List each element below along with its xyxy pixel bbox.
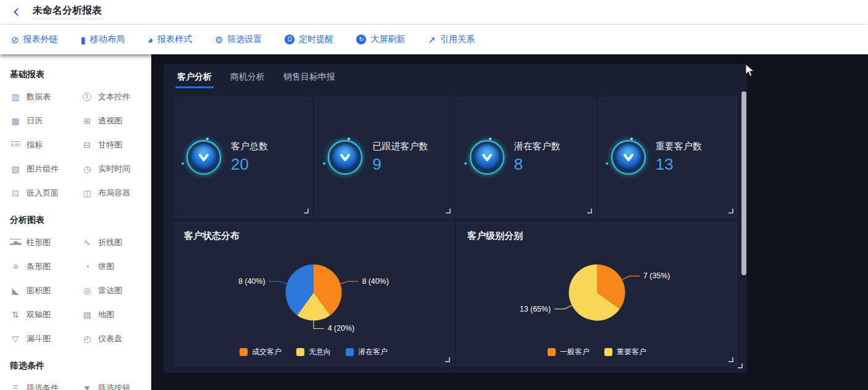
legend-item-无意向[interactable]: 无意向 [296, 347, 331, 357]
legend-item-一般客户[interactable]: 一般客户 [548, 347, 590, 357]
toolbar-timed-reminder[interactable]: Ω定时提醒 [285, 34, 333, 45]
kpi-text: 已跟进客户数9 [372, 141, 428, 174]
sidebar-item-layout-container[interactable]: ◫布局容器 [81, 188, 141, 199]
card-resize-handle[interactable] [445, 357, 450, 362]
tab-商机分析[interactable]: 商机分析 [230, 72, 265, 88]
label-leader-line [269, 281, 287, 284]
sidebar-item-gauge[interactable]: ◴仪表盘 [81, 333, 141, 344]
toolbar-label: 大屏刷新 [370, 34, 405, 45]
calendar-icon: ▦ [10, 117, 21, 125]
radar-chart-icon: ◎ [81, 286, 93, 295]
sidebar-item-label: 嵌入页面 [27, 188, 59, 199]
toolbar-label: 筛选设置 [227, 34, 262, 45]
pie-chart-card[interactable]: 客户状态分布8 (40%)4 (20%)8 (40%)成交客户无意向潜在客户 [173, 222, 454, 366]
sidebar-item-label: 布局容器 [98, 188, 130, 199]
kpi-row: 客户总数20已跟进客户数9潜在客户数8重要客户数13 [173, 98, 737, 217]
toolbar-screen-refresh[interactable]: ↻大屏刷新 [356, 34, 405, 45]
reference-arrow-icon: ↗ [428, 35, 436, 44]
kpi-badge-icon [190, 144, 217, 171]
sidebar-item-filter-button[interactable]: ▼筛选按钮 [81, 383, 141, 390]
sidebar-item-label: 文本控件 [98, 91, 130, 102]
sidebar-section-grid: ▂▅▃柱形图∿折线图≡条形图◔饼图◣面积图◎雷达图⇅双轴图▤地图▽漏斗图◴仪表盘 [10, 237, 141, 344]
toolbar-reference[interactable]: ↗引用关系 [428, 34, 475, 45]
toolbar-report-style[interactable]: ◕报表样式 [148, 34, 192, 45]
card-resize-handle[interactable] [587, 209, 592, 214]
legend-item-成交客户[interactable]: 成交客户 [240, 347, 282, 357]
tab-客户分析[interactable]: 客户分析 [177, 72, 212, 88]
sidebar-item-realtime-clock[interactable]: ◷实时时间 [81, 164, 141, 175]
sidebar-section: 分析图表▂▅▃柱形图∿折线图≡条形图◔饼图◣面积图◎雷达图⇅双轴图▤地图▽漏斗图… [10, 215, 141, 344]
card-resize-handle[interactable] [304, 209, 309, 214]
sidebar-item-gantt[interactable]: ⊟甘特图 [81, 139, 141, 151]
titlebar: 未命名分析报表 [0, 0, 868, 25]
kpi-label: 已跟进客户数 [372, 141, 428, 152]
toolbar-external-link[interactable]: ⊘报表外链 [11, 34, 58, 45]
legend-swatch [296, 348, 304, 356]
kpi-card[interactable]: 重要客户数13 [598, 98, 737, 217]
sidebar-item-calendar[interactable]: ▦日历 [10, 115, 81, 127]
sidebar-item-pivot-view[interactable]: ⊞透视图 [81, 115, 141, 127]
pie-chart-card[interactable]: 客户级别分别7 (35%)13 (65%)一般客户重要客户 [457, 222, 737, 366]
filter-search-icon: Ξ [10, 384, 21, 390]
sidebar-item-data-table[interactable]: ▥数据表 [10, 91, 81, 102]
kpi-badge-icon [474, 144, 501, 171]
chart-title: 客户状态分布 [184, 230, 240, 242]
sidebar-item-label: 透视图 [98, 115, 122, 127]
sidebar-item-line-chart[interactable]: ∿折线图 [81, 237, 141, 248]
chart-legend: 一般客户重要客户 [457, 347, 737, 357]
toolbar-mobile-layout[interactable]: ▮移动布局 [81, 34, 125, 45]
gantt-chart-icon: ⊟ [81, 141, 93, 149]
sidebar-item-indicator[interactable]: 4,80指标 [10, 139, 81, 151]
paperclip-icon: ⊘ [11, 35, 19, 44]
sidebar-item-text-widget[interactable]: Ⓣ文本控件 [81, 91, 141, 102]
kpi-label: 重要客户数 [656, 141, 702, 152]
vertical-scrollbar-thumb[interactable] [741, 91, 746, 275]
filter-button-icon: ▼ [81, 384, 93, 390]
sidebar-item-label: 双轴图 [27, 309, 51, 320]
kpi-card[interactable]: 潜在客户数8 [457, 98, 596, 217]
report-title[interactable]: 未命名分析报表 [33, 5, 102, 20]
legend-item-重要客户[interactable]: 重要客户 [604, 347, 646, 357]
label-leader-line [554, 305, 572, 309]
clock-icon: ◷ [81, 165, 93, 173]
toolbar-label: 报表外链 [23, 34, 58, 45]
sidebar-item-label: 数据表 [27, 91, 51, 102]
sidebar-item-column-chart[interactable]: ▂▅▃柱形图 [10, 237, 81, 248]
sidebar-item-embed-page[interactable]: ⊡嵌入页面 [10, 188, 81, 199]
sidebar-section-title: 基础报表 [10, 69, 141, 80]
sidebar-section-grid: Ξ筛选条件▼筛选按钮 [10, 383, 141, 390]
sidebar-item-map[interactable]: ▤地图 [81, 309, 141, 320]
kpi-card[interactable]: 客户总数20 [173, 98, 312, 217]
sidebar-item-image-widget[interactable]: ▧图片组件 [10, 164, 81, 175]
slice-data-label: 13 (65%) [520, 305, 551, 313]
sidebar-item-bar-chart[interactable]: ≡条形图 [10, 261, 81, 272]
sidebar-item-area-chart[interactable]: ◣面积图 [10, 285, 81, 296]
tab-销售目标申报[interactable]: 销售目标申报 [283, 72, 335, 88]
kpi-card[interactable]: 已跟进客户数9 [315, 98, 454, 217]
kpi-label: 客户总数 [231, 141, 268, 152]
sidebar-item-filter-condition[interactable]: Ξ筛选条件 [10, 383, 81, 390]
sidebar-item-label: 面积图 [27, 285, 51, 296]
sidebar-item-pie-chart[interactable]: ◔饼图 [81, 261, 141, 272]
toolbar-filter-setting[interactable]: ⚙筛选设置 [215, 34, 262, 45]
card-resize-handle[interactable] [728, 209, 733, 214]
text-widget-icon: Ⓣ [81, 93, 93, 101]
sidebar-item-label: 日历 [27, 115, 43, 127]
kpi-text: 客户总数20 [231, 141, 268, 174]
kpi-value: 8 [514, 155, 561, 174]
chart-title: 客户级别分别 [467, 230, 523, 242]
sidebar-item-label: 指标 [27, 139, 43, 151]
sidebar-item-label: 漏斗图 [27, 333, 51, 344]
card-resize-handle[interactable] [728, 357, 733, 362]
card-resize-handle[interactable] [446, 209, 451, 214]
sidebar-item-label: 筛选按钮 [98, 383, 130, 390]
legend-swatch [240, 348, 248, 356]
sidebar-item-dual-axis-chart[interactable]: ⇅双轴图 [10, 309, 81, 320]
legend-item-潜在客户[interactable]: 潜在客户 [346, 347, 388, 357]
panel-resize-handle[interactable] [738, 363, 743, 368]
chart-row: 客户状态分布8 (40%)4 (20%)8 (40%)成交客户无意向潜在客户客户… [173, 222, 737, 366]
back-button[interactable] [11, 6, 23, 19]
sidebar-item-funnel-chart[interactable]: ▽漏斗图 [10, 333, 81, 344]
dual-axis-icon: ⇅ [10, 310, 21, 319]
sidebar-item-radar-chart[interactable]: ◎雷达图 [81, 285, 141, 296]
